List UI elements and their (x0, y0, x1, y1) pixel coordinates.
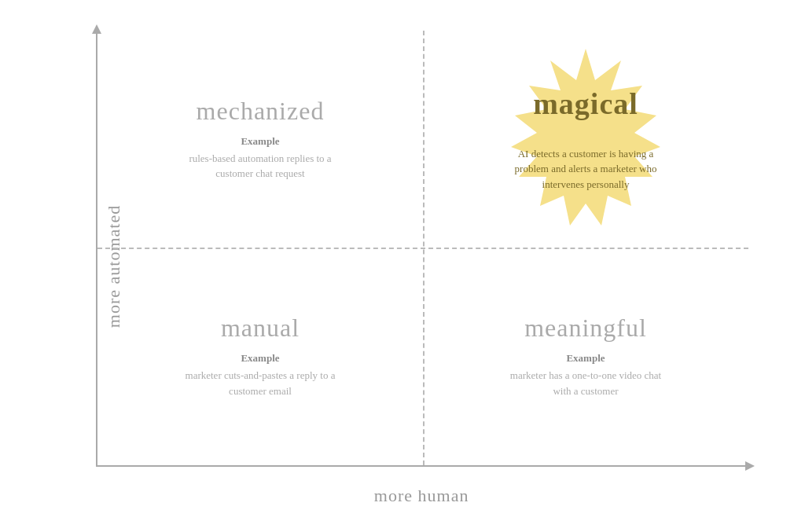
meaningful-example-text: marketer has a one-to-one video chat wit… (507, 368, 664, 398)
starburst-shape (491, 45, 680, 233)
quadrant-mechanized: mechanized Example rules-based automatio… (97, 31, 423, 248)
svg-marker-0 (511, 49, 660, 226)
magical-title: magical (533, 86, 638, 121)
meaningful-title: meaningful (524, 314, 647, 343)
chart-container: more automated more human mechanized Exa… (49, 23, 756, 510)
manual-title: manual (221, 314, 300, 343)
quadrant-magical: magical Example AI detects a customer is… (423, 31, 748, 248)
quadrant-grid: mechanized Example rules-based automatio… (97, 31, 748, 465)
meaningful-example-label: Example (566, 352, 605, 365)
quadrant-manual: manual Example marketer cuts-and-pastes … (97, 248, 423, 465)
magical-example-text: AI detects a customer is having a proble… (507, 146, 664, 193)
x-axis-label: more human (374, 486, 469, 506)
mechanized-example-label: Example (241, 135, 279, 148)
quadrant-meaningful: meaningful Example marketer has a one-to… (423, 248, 748, 465)
mechanized-title: mechanized (197, 97, 325, 126)
mechanized-example-text: rules-based automation replies to a cust… (182, 151, 339, 182)
x-axis (96, 465, 748, 467)
manual-example-label: Example (241, 352, 279, 365)
manual-example-text: marketer cuts-and-pastes a reply to a cu… (182, 368, 339, 398)
